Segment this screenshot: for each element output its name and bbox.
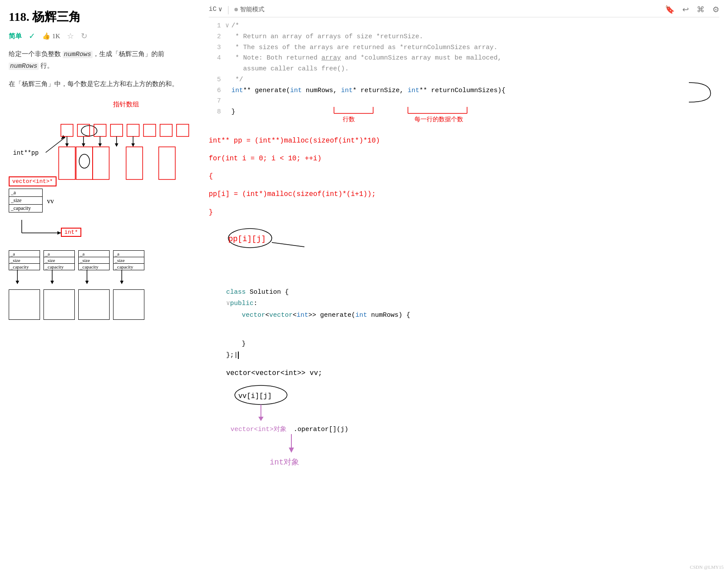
lang-label: iC [209,6,217,13]
code-snippets: int** pp = (int**)malloc(sizeof(int*)*10… [209,135,719,219]
pointer-array-section: 指针数组 int**pp [9,100,191,185]
method-close: } [226,338,552,350]
vv-decl: vector<vector<int>> vv; [226,369,531,377]
right-panel: iC ∨ | 智能模式 🔖 ↩ ⌘ ⚙ 1 ∨ /* 2 * Return an… [200,0,728,259]
code-line-3: 3 * The sizes of the arrays are returned… [209,43,719,53]
inner-struct-2: _a _size _capacity [43,250,75,320]
vector-type-box: vector<int>* [9,176,57,186]
code-line-4: 4 * Note: Both returned array and *colum… [209,53,719,75]
method-line: vector<vector<int>> generate(int numRows… [226,310,552,321]
struct-row-capacity: _capacity [9,205,42,212]
code-line-2: 2 * Return an array of arrays of size *r… [209,32,719,43]
public-line: ∨public: [226,298,552,309]
check-icon: ✓ [29,31,35,41]
inner-structs: _a _size _capacity _a _size _capacity [9,250,144,320]
fold-toggle-1[interactable]: ∨ [225,21,231,32]
svg-marker-37 [120,281,124,284]
ppij-annotation: pp[i][j] [222,227,309,253]
line-num-5: 5 [209,75,221,86]
svg-marker-14 [82,143,85,147]
code-line-5: 5 */ [209,75,719,86]
csdn-watermark: CSDN @LMY15 [690,564,724,570]
svg-marker-29 [57,231,61,235]
method-body [226,321,552,338]
problem-description2: 在「杨辉三角」中，每个数是它左上方和右上方的数的和。 [9,79,191,90]
refresh-icon: ↻ [81,31,87,41]
svg-rect-8 [144,124,156,136]
class-line: class Solution { [226,287,552,298]
line-num-8: 8 [209,107,221,118]
svg-text:行数: 行数 [343,116,355,122]
code-content-3: * The sizes of the arrays are returned a… [231,43,719,53]
svg-rect-6 [110,124,123,136]
line-num-3: 3 [209,43,221,53]
svg-rect-5 [94,124,106,136]
code-editor[interactable]: 1 ∨ /* 2 * Return an array of arrays of … [209,21,719,118]
solution-code: class Solution { ∨public: vector<vector<… [226,287,552,361]
svg-rect-10 [177,124,189,136]
svg-rect-7 [127,124,139,136]
intpp-label: int**pp [13,149,39,156]
annotation-row: 行数 每一行的数据个数 [225,105,719,122]
svg-point-23 [79,154,90,168]
arrow-svg [9,220,87,255]
fold-toggle-2 [225,32,231,43]
vector-section: vector<int>* _a _size _capacity vv int* … [9,176,191,359]
struct-row-size: _size [9,197,42,205]
right-bracket-shape [685,78,719,106]
share-icon[interactable]: ⌘ [697,5,705,14]
pp-malloc: pp[i] = (int*)malloc(sizeof(int)*(i+1)); [209,189,719,200]
code-line-6: 6 int** generate(int numRows, int* retur… [209,86,719,96]
svg-rect-24 [93,147,109,179]
brace-open: { [209,171,719,182]
code-content-2: * Return an array of arrays of size *ret… [231,32,719,43]
language-selector[interactable]: iC ∨ [209,5,222,13]
svg-marker-18 [115,143,118,147]
svg-rect-26 [159,147,175,179]
svg-rect-22 [76,147,93,179]
vv-struct: _a _size _capacity [9,189,43,212]
svg-line-0 [46,137,65,153]
svg-marker-35 [85,281,89,284]
class-end: };| [226,350,552,361]
line-num-1: 1 [209,21,221,32]
int-star-box: int* [61,228,81,237]
ppij-section: pp[i][j] [222,227,719,255]
svg-marker-20 [131,143,135,147]
code-content-1: /* [231,21,719,32]
svg-marker-56 [289,448,294,453]
svg-text:每一行的数据个数: 每一行的数据个数 [414,116,463,122]
for-line: for(int i = 0; i < 10; ++i) [209,153,719,165]
numrows-inline: numRows [63,51,93,58]
vv-diagram: vv[i][j] vector<int>对象 .operator[](j) in… [226,384,409,471]
pointer-array-svg: int**pp [9,111,196,185]
vv-section: vector<vector<int>> vv; vv[i][j] vector<… [226,369,531,473]
left-panel: 118. 杨辉三角 简单 ✓ 👍 1K ☆ ↻ 给定一个非负整数 numRows… [0,0,200,368]
bookmark-icon[interactable]: 🔖 [665,5,675,14]
code-content-5: */ [231,75,719,86]
svg-marker-12 [65,143,69,147]
svg-marker-16 [98,143,102,147]
like-count: 👍 1K [42,32,60,40]
svg-text:vector<int>对象: vector<int>对象 [230,425,287,433]
inner-struct-3: _a _size _capacity [78,250,110,320]
numrows-inline2: numRows [9,63,39,70]
undo-icon[interactable]: ↩ [682,5,689,14]
svg-text:vv[i][j]: vv[i][j] [238,392,272,400]
line-num-7: 7 [209,96,221,107]
smart-mode-toggle[interactable]: 智能模式 [234,6,264,13]
settings-icon[interactable]: ⚙ [712,5,719,14]
divider: | [227,4,229,14]
vv-label: vv [47,197,54,205]
line-num-4: 4 [209,53,221,64]
code-content-4: * Note: Both returned array and *columnS… [231,53,719,75]
svg-rect-3 [61,124,73,136]
svg-marker-52 [258,417,264,421]
code-content-6: int** generate(int numRows, int* returnS… [231,86,719,96]
code-line-1: 1 ∨ /* [209,21,719,32]
mode-dot [234,8,238,11]
problem-description: 给定一个非负整数 numRows，生成「杨辉三角」的前 numRows 行。 [9,49,191,72]
svg-line-48 [272,242,304,247]
line-num-6: 6 [209,86,221,96]
brace-close: } [209,207,719,219]
